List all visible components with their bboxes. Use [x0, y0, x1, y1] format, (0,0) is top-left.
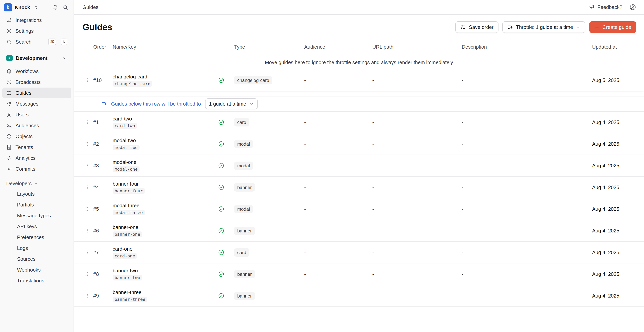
guide-name-link[interactable]: changelog-card	[112, 74, 147, 80]
sidebar-item-audiences[interactable]: Audiences	[2, 120, 71, 131]
drag-handle-icon[interactable]	[80, 162, 93, 169]
throttle-settings-button[interactable]: Throttle: 1 guide at a time	[502, 21, 585, 33]
workflows-icon	[6, 68, 12, 74]
audience-cell: -	[304, 271, 372, 277]
sidebar-item-partials[interactable]: Partials	[12, 199, 71, 210]
description-cell: -	[462, 119, 592, 125]
sidebar-item-api-keys[interactable]: API keys	[12, 221, 71, 232]
guide-name-link[interactable]: card-one	[112, 246, 132, 252]
type-badge: changelog-card	[234, 76, 272, 85]
column-header-name-key: Name/Key	[112, 44, 234, 50]
guide-active-check-icon	[218, 77, 234, 84]
breadcrumb[interactable]: Guides	[82, 4, 98, 10]
development-section-label: Development	[16, 55, 48, 61]
description-cell: -	[462, 228, 592, 234]
sidebar-item-preferences[interactable]: Preferences	[12, 232, 71, 243]
guide-name-link[interactable]: banner-one	[112, 224, 138, 230]
drag-handle-icon[interactable]	[80, 141, 93, 147]
drag-handle-icon[interactable]	[80, 77, 93, 84]
url-path-cell: -	[372, 293, 462, 299]
tenants-icon	[6, 144, 12, 150]
url-path-cell: -	[372, 271, 462, 277]
knock-logo: k	[4, 3, 12, 12]
guide-name-link[interactable]: modal-one	[112, 159, 136, 165]
updated-at-cell: Aug 4, 2025	[592, 293, 644, 299]
guide-name-key-cell: banner-two banner-two	[112, 268, 218, 280]
sidebar-item-label: Settings	[16, 28, 67, 34]
sidebar-item-guides[interactable]: Guides	[2, 88, 71, 98]
broadcasts-icon	[6, 79, 12, 85]
guide-active-check-icon	[218, 184, 234, 191]
url-path-cell: -	[372, 77, 462, 83]
sidebar-item-label: Message types	[17, 213, 51, 219]
sidebar-item-sources[interactable]: Sources	[12, 253, 71, 264]
row-order: #7	[93, 249, 112, 255]
guide-name-key-cell: modal-two modal-two	[112, 138, 218, 150]
guide-active-check-icon	[218, 249, 234, 256]
sidebar-item-layouts[interactable]: Layouts	[12, 188, 71, 199]
drag-handle-icon[interactable]	[80, 184, 93, 191]
column-header-updated-at: Updated at	[592, 44, 644, 50]
developers-section-header[interactable]: Developers	[6, 181, 67, 187]
sidebar-development-nav: WorkflowsBroadcastsGuidesMessagesUsersAu…	[0, 66, 74, 174]
sidebar-item-search[interactable]: Search⌘K	[2, 37, 71, 47]
drag-handle-icon[interactable]	[80, 249, 93, 256]
throttle-divider-link[interactable]: Guides below this row will be throttled …	[111, 101, 201, 107]
sidebar-item-label: Integrations	[16, 17, 67, 23]
guide-name-key-cell: banner-three banner-three	[112, 289, 218, 302]
table-row: #7 card-one card-one card - - - Aug 4, 2…	[74, 242, 644, 263]
sidebar-item-webhooks[interactable]: Webhooks	[12, 264, 71, 275]
sidebar-item-integrations[interactable]: Integrations	[2, 15, 71, 26]
drag-handle-icon[interactable]	[80, 271, 93, 277]
drag-handle-icon[interactable]	[80, 119, 93, 126]
sidebar-item-message-types[interactable]: Message types	[12, 210, 71, 221]
drag-handle-icon[interactable]	[80, 292, 93, 299]
guide-name-link[interactable]: banner-four	[112, 181, 138, 187]
url-path-cell: -	[372, 249, 462, 255]
user-avatar-icon[interactable]	[629, 4, 636, 11]
sidebar-item-label: Workflows	[16, 68, 67, 74]
sidebar-item-settings[interactable]: Settings	[2, 26, 71, 37]
row-order: #3	[93, 163, 112, 169]
chevron-updown-icon[interactable]	[32, 3, 40, 12]
sidebar-item-messages[interactable]: Messages	[2, 98, 71, 109]
sidebar-item-broadcasts[interactable]: Broadcasts	[2, 77, 71, 88]
throttle-divider-select[interactable]: 1 guide at a time	[205, 98, 258, 109]
sidebar-item-users[interactable]: Users	[2, 109, 71, 120]
sidebar-item-tenants[interactable]: Tenants	[2, 142, 71, 153]
guide-name-link[interactable]: banner-three	[112, 289, 142, 295]
throttle-divider-select-value: 1 guide at a time	[209, 101, 246, 107]
column-header-url-path: URL path	[372, 44, 462, 50]
sidebar-item-objects[interactable]: Objects	[2, 131, 71, 142]
guide-name-link[interactable]: modal-two	[112, 138, 136, 144]
sidebar-item-commits[interactable]: Commits	[2, 163, 71, 174]
save-order-button[interactable]: Save order	[455, 21, 498, 33]
sidebar-item-workflows[interactable]: Workflows	[2, 66, 71, 77]
drag-handle-icon[interactable]	[80, 206, 93, 212]
create-guide-button[interactable]: Create guide	[589, 21, 636, 33]
drag-handle-icon[interactable]	[80, 227, 93, 234]
url-path-cell: -	[372, 206, 462, 212]
sidebar-item-translations[interactable]: Translations	[12, 275, 71, 286]
sidebar-item-analytics[interactable]: Analytics	[2, 153, 71, 163]
development-section-header[interactable]: Development	[2, 53, 71, 64]
guide-name-link[interactable]: modal-three	[112, 203, 140, 209]
sidebar-item-logs[interactable]: Logs	[12, 243, 71, 253]
guide-name-link[interactable]: card-two	[112, 116, 132, 122]
guide-active-check-icon	[218, 292, 234, 299]
guides-table: Order Name/Key Type Audience URL path De…	[74, 39, 644, 307]
guide-name-key-cell: banner-four banner-four	[112, 181, 218, 194]
search-icon[interactable]	[61, 3, 70, 12]
workspace-switcher[interactable]: k Knock	[0, 0, 74, 15]
section-gap	[74, 91, 644, 96]
sidebar-item-label: Guides	[16, 90, 67, 96]
sidebar-item-label: Webhooks	[17, 267, 41, 273]
feedback-button[interactable]: Feedback?	[589, 4, 622, 10]
chevron-down-icon[interactable]	[62, 56, 67, 61]
chevron-down-icon[interactable]	[34, 181, 38, 186]
bell-icon[interactable]	[51, 3, 60, 12]
guide-name-link[interactable]: banner-two	[112, 268, 138, 274]
type-badge: banner	[234, 227, 255, 235]
column-header-description: Description	[462, 44, 592, 50]
updated-at-cell: Aug 4, 2025	[592, 228, 644, 234]
